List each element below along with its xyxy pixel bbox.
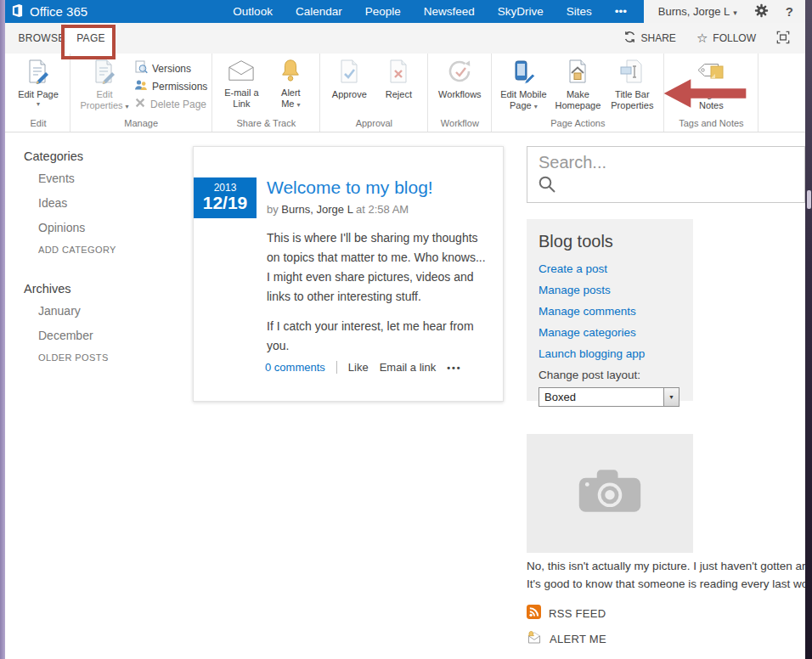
- suite-nav-newsfeed[interactable]: Newsfeed: [424, 5, 475, 18]
- share-label: SHARE: [641, 32, 676, 44]
- ribbon-group-share-track: E-mail a Link Alert Me ▾ Share & Track: [212, 54, 320, 132]
- workflows-button[interactable]: Workflows: [432, 56, 487, 100]
- user-menu[interactable]: Burns, Jorge L▾: [658, 5, 737, 18]
- post-more-button[interactable]: •••: [447, 363, 462, 373]
- follow-button[interactable]: ☆ FOLLOW: [696, 31, 756, 46]
- annotation-red-arrow: [663, 77, 747, 113]
- alert-me-label-text: Me: [281, 99, 294, 109]
- category-events[interactable]: Events: [38, 171, 177, 187]
- versions-label: Versions: [152, 63, 191, 75]
- delete-page-button[interactable]: Delete Page: [134, 95, 207, 113]
- edit-properties-icon: [92, 59, 117, 89]
- edit-properties-button[interactable]: Edit Properties ▾: [75, 56, 134, 112]
- launch-blogging-app-link[interactable]: Launch blogging app: [539, 347, 681, 360]
- post-footer: 0 comments Like Email a link •••: [265, 361, 462, 374]
- window-right-border: [805, 0, 812, 659]
- alert-me-label-line1: Alert: [281, 87, 301, 99]
- workflows-label: Workflows: [438, 89, 482, 100]
- envelope-icon: [228, 59, 255, 87]
- suite-nav-skydrive[interactable]: SkyDrive: [498, 5, 544, 18]
- share-button[interactable]: SHARE: [623, 31, 676, 46]
- like-button[interactable]: Like: [348, 361, 369, 374]
- make-homepage-label-line2: Homepage: [555, 100, 601, 111]
- suite-nav-outlook[interactable]: Outlook: [233, 5, 273, 18]
- group-label-share-track: Share & Track: [217, 117, 315, 132]
- focus-mode-button[interactable]: [776, 31, 790, 47]
- manage-comments-link[interactable]: Manage comments: [539, 305, 681, 318]
- add-category-link[interactable]: ADD CATEGORY: [38, 245, 177, 255]
- edit-page-button[interactable]: Edit Page ▾: [11, 56, 65, 108]
- photo-placeholder: [527, 434, 693, 553]
- edit-page-icon: [25, 59, 51, 89]
- user-menu-caret-icon: ▾: [733, 8, 737, 17]
- group-label-workflow: Workflow: [432, 117, 487, 132]
- help-button[interactable]: ?: [786, 4, 793, 19]
- alert-envelope-icon: [527, 630, 542, 647]
- category-opinions[interactable]: Opinions: [38, 220, 177, 236]
- photo-caption: No, this isn't actually my picture. I ju…: [527, 557, 805, 593]
- edit-mobile-label-line1: Edit Mobile: [500, 89, 546, 100]
- alert-me-button[interactable]: Alert Me ▾: [266, 56, 315, 110]
- annotation-red-box-page-tab: [61, 25, 116, 59]
- rss-feed-link[interactable]: RSS FEED: [527, 605, 606, 622]
- blog-post-card: 2013 12/19 Welcome to my blog! by Burns,…: [193, 146, 504, 402]
- suite-nav-calendar[interactable]: Calendar: [296, 5, 342, 18]
- make-homepage-button[interactable]: Make Homepage: [550, 56, 605, 111]
- approve-button[interactable]: Approve: [324, 56, 374, 100]
- tab-bar-actions: SHARE ☆ FOLLOW: [623, 23, 790, 54]
- edit-mobile-page-button[interactable]: Edit Mobile Page ▾: [496, 56, 550, 112]
- email-link-label-line2: Link: [233, 99, 250, 110]
- permissions-button[interactable]: Permissions: [134, 77, 207, 95]
- suite-bar: Office 365 Outlook Calendar People Newsf…: [0, 0, 812, 23]
- scrollbar-thumb[interactable]: [807, 190, 811, 209]
- delete-icon: [134, 97, 146, 111]
- alert-me-label: ALERT ME: [550, 633, 606, 645]
- suite-nav-more[interactable]: •••: [615, 5, 627, 18]
- edit-properties-label-line1: Edit: [97, 89, 113, 100]
- ribbon-tab-bar: BROWSE PAGE SHARE ☆ FOLLOW: [0, 23, 805, 54]
- category-ideas[interactable]: Ideas: [38, 195, 177, 211]
- post-paragraph-1: This is where I'll be sharing my thought…: [267, 228, 489, 307]
- suite-bar-right: Burns, Jorge L▾ ?: [658, 0, 804, 23]
- post-title-link[interactable]: Welcome to my blog!: [267, 177, 433, 198]
- office365-logo[interactable]: Office 365: [11, 4, 87, 20]
- follow-label: FOLLOW: [713, 32, 756, 44]
- share-icon: [623, 31, 636, 46]
- edit-mobile-label-line2: Page ▾: [510, 100, 538, 112]
- manage-posts-link[interactable]: Manage posts: [539, 284, 681, 296]
- suite-nav-sites-label: Sites: [567, 5, 592, 18]
- archive-december[interactable]: December: [38, 328, 177, 344]
- suite-nav-people[interactable]: People: [365, 5, 401, 18]
- delete-page-label: Delete Page: [150, 99, 206, 110]
- versions-icon: [134, 60, 148, 76]
- title-bar-properties-icon: [619, 59, 645, 89]
- suite-nav-sites[interactable]: Sites: [567, 5, 592, 18]
- create-post-link[interactable]: Create a post: [539, 262, 681, 275]
- reject-button[interactable]: Reject: [374, 56, 423, 100]
- alert-me-link[interactable]: ALERT ME: [527, 630, 606, 647]
- post-layout-select[interactable]: Boxed ▼: [539, 387, 679, 407]
- post-date-monthday: 12/19: [194, 194, 257, 212]
- select-arrow-icon[interactable]: ▼: [663, 388, 679, 406]
- post-body: This is where I'll be sharing my thought…: [267, 228, 489, 366]
- archive-january[interactable]: January: [38, 303, 177, 319]
- versions-button[interactable]: Versions: [134, 59, 207, 77]
- title-bar-properties-button[interactable]: Title Bar Properties: [605, 56, 659, 111]
- title-bar-label-line2: Properties: [611, 100, 653, 111]
- approve-icon: [336, 59, 362, 89]
- email-a-link-button[interactable]: Email a link: [380, 361, 436, 374]
- tab-browse[interactable]: BROWSE: [15, 23, 68, 54]
- blog-tools-heading: Blog tools: [539, 232, 681, 251]
- manage-categories-link[interactable]: Manage categories: [539, 326, 681, 339]
- email-link-button[interactable]: E-mail a Link: [217, 56, 266, 110]
- edit-properties-label-line2: Properties ▾: [80, 100, 128, 112]
- search-icon[interactable]: [537, 174, 557, 198]
- comments-link[interactable]: 0 comments: [265, 361, 325, 374]
- rss-icon: [527, 605, 541, 622]
- permissions-icon: [134, 78, 148, 94]
- post-byline-by: by: [267, 203, 279, 216]
- older-posts-link[interactable]: OLDER POSTS: [38, 352, 177, 363]
- blog-left-nav: Categories Events Ideas Opinions ADD CAT…: [24, 149, 177, 363]
- settings-gear-button[interactable]: [754, 3, 769, 20]
- search-input[interactable]: Search...: [527, 146, 805, 203]
